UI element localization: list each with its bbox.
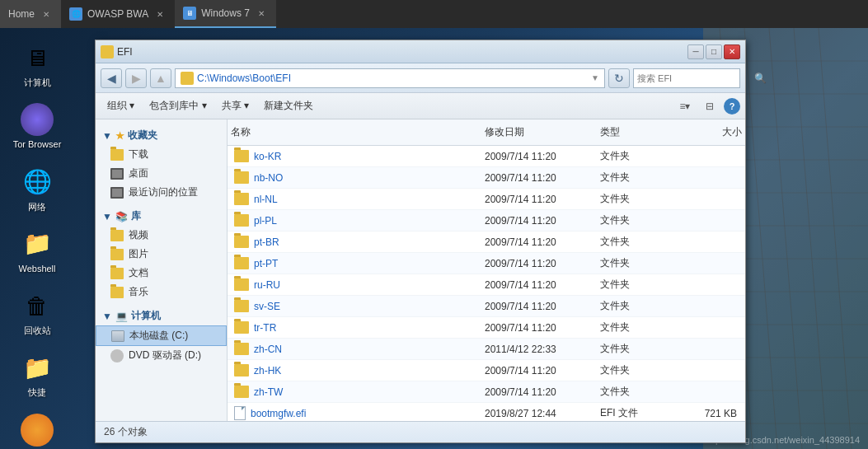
table-row[interactable]: pl-PL 2009/7/14 11:20 文件夹 bbox=[228, 210, 745, 232]
file-name-cell: pt-PT bbox=[228, 257, 481, 269]
computer-section: ▼ 💻 计算机 本地磁盘 (C:) DVD 驱动器 (D:) bbox=[96, 306, 227, 365]
desktop-icon-network[interactable]: 🌐 网络 bbox=[8, 166, 66, 213]
up-button[interactable]: ▲ bbox=[150, 68, 171, 88]
folder-icon bbox=[234, 193, 249, 205]
table-row[interactable]: zh-HK 2009/7/14 11:20 文件夹 bbox=[228, 360, 745, 381]
dvd-drive-label: DVD 驱动器 (D:) bbox=[129, 348, 201, 362]
file-date-cell: 2009/7/14 11:20 bbox=[481, 213, 597, 228]
sidebar-item-documents[interactable]: 文档 bbox=[96, 264, 227, 283]
explorer-window: EFI ─ □ ✕ ◀ ▶ ▲ C:\Windows\Boot\EFI ▼ ↻ … bbox=[95, 40, 746, 443]
help-button[interactable]: ? bbox=[724, 98, 740, 115]
shortcut-icon: 📁 bbox=[21, 351, 54, 384]
desktop-icon-computer[interactable]: 🖥 计算机 bbox=[8, 41, 66, 88]
file-size-cell: 721 KB bbox=[679, 408, 745, 419]
documents-label: 文档 bbox=[129, 266, 148, 280]
table-row[interactable]: bootmgfw.efi 2019/8/27 12:44 EFI 文件 721 … bbox=[228, 403, 745, 421]
file-type-cell: 文件夹 bbox=[597, 190, 679, 208]
sidebar-item-recent[interactable]: 最近访问的位置 bbox=[96, 183, 227, 202]
table-row[interactable]: pt-PT 2009/7/14 11:20 文件夹 bbox=[228, 253, 745, 274]
favorites-star-icon: ★ bbox=[115, 130, 124, 142]
recycle-bin-label: 回收站 bbox=[24, 325, 51, 336]
column-date-header[interactable]: 修改日期 bbox=[481, 123, 597, 142]
computer-header[interactable]: ▼ 💻 计算机 bbox=[96, 306, 227, 325]
sidebar-item-desktop[interactable]: 桌面 bbox=[96, 164, 227, 183]
back-button[interactable]: ◀ bbox=[101, 68, 122, 88]
owasp-tab-close[interactable]: ✕ bbox=[153, 7, 167, 21]
desktop-icon-tor[interactable]: Tor Browser bbox=[8, 103, 66, 150]
column-type-header[interactable]: 类型 bbox=[597, 123, 679, 142]
home-tab-close[interactable]: ✕ bbox=[40, 7, 53, 21]
sidebar-item-local-disk[interactable]: 本地磁盘 (C:) bbox=[96, 325, 227, 346]
share-button[interactable]: 共享 ▾ bbox=[215, 96, 256, 116]
table-row[interactable]: ko-KR 2009/7/14 11:20 文件夹 bbox=[228, 146, 745, 167]
table-row[interactable]: nl-NL 2009/7/14 11:20 文件夹 bbox=[228, 189, 745, 210]
desktop-icon-shortcut[interactable]: 📁 快捷 bbox=[8, 351, 66, 398]
win7-tab-close[interactable]: ✕ bbox=[255, 7, 268, 20]
table-row[interactable]: pt-BR 2009/7/14 11:20 文件夹 bbox=[228, 232, 745, 253]
toolbar-right: ≡▾ ⊟ ? bbox=[674, 96, 740, 116]
column-name-header[interactable]: 名称 bbox=[228, 123, 481, 142]
desktop-icon-recycle[interactable]: 🗑 回收站 bbox=[8, 289, 66, 336]
preview-pane-button[interactable]: ⊟ bbox=[699, 96, 720, 116]
taskbar-tab-owasp[interactable]: 🌐 OWASP BWA ✕ bbox=[61, 0, 175, 28]
favorites-header[interactable]: ▼ ★ 收藏夹 bbox=[96, 126, 227, 145]
file-name: tr-TR bbox=[254, 322, 276, 334]
file-name-cell: nb-NO bbox=[228, 171, 481, 184]
taskbar-tab-home[interactable]: Home ✕ bbox=[0, 0, 61, 28]
computer-sidebar-icon: 💻 bbox=[115, 311, 128, 322]
downloads-label: 下载 bbox=[129, 147, 148, 161]
close-button[interactable]: ✕ bbox=[724, 44, 740, 59]
file-date-cell: 2009/7/14 11:20 bbox=[481, 320, 597, 335]
maximize-button[interactable]: □ bbox=[706, 44, 722, 59]
file-rows-container: ko-KR 2009/7/14 11:20 文件夹 nb-NO 2009/7/1… bbox=[228, 146, 745, 421]
column-headers: 名称 修改日期 类型 大小 bbox=[228, 119, 745, 146]
desktop-label: 桌面 bbox=[129, 166, 148, 180]
library-header[interactable]: ▼ 📚 库 bbox=[96, 207, 227, 226]
sidebar-item-downloads[interactable]: 下载 bbox=[96, 145, 227, 164]
sidebar-item-music[interactable]: 音乐 bbox=[96, 283, 227, 302]
view-options-button[interactable]: ≡▾ bbox=[674, 96, 696, 116]
column-size-header[interactable]: 大小 bbox=[679, 123, 745, 142]
minimize-button[interactable]: ─ bbox=[687, 44, 704, 59]
sidebar-item-video[interactable]: 视频 bbox=[96, 226, 227, 245]
folder-icon bbox=[234, 321, 249, 334]
table-row[interactable]: tr-TR 2009/7/14 11:20 文件夹 bbox=[228, 317, 745, 339]
genius-icon bbox=[21, 414, 54, 447]
sidebar-item-pictures[interactable]: 图片 bbox=[96, 245, 227, 264]
desktop: Home ✕ 🌐 OWASP BWA ✕ 🖥 Windows 7 ✕ 🖥 计算机… bbox=[0, 0, 868, 449]
organize-button[interactable]: 组织 ▾ bbox=[101, 96, 141, 116]
file-name: pt-PT bbox=[254, 258, 278, 269]
desktop-icon-genius[interactable]: Genius bbox=[8, 414, 66, 449]
address-dropdown-icon[interactable]: ▼ bbox=[591, 73, 599, 82]
file-type-cell: EFI 文件 bbox=[597, 405, 679, 421]
window-title: EFI bbox=[117, 46, 133, 58]
file-name-cell: ko-KR bbox=[228, 150, 481, 162]
new-folder-label: 新建文件夹 bbox=[264, 99, 313, 113]
search-bar[interactable]: 🔍 bbox=[633, 68, 740, 88]
file-name: nl-NL bbox=[254, 194, 278, 205]
include-library-button[interactable]: 包含到库中 ▾ bbox=[143, 96, 213, 116]
refresh-button[interactable]: ↻ bbox=[608, 68, 630, 88]
forward-button[interactable]: ▶ bbox=[125, 68, 147, 88]
taskbar-tab-win7[interactable]: 🖥 Windows 7 ✕ bbox=[175, 0, 276, 28]
table-row[interactable]: sv-SE 2009/7/14 11:20 文件夹 bbox=[228, 296, 745, 317]
file-name: ko-KR bbox=[254, 151, 281, 162]
sidebar-item-dvd[interactable]: DVD 驱动器 (D:) bbox=[96, 346, 227, 365]
video-label: 视频 bbox=[129, 228, 148, 242]
title-bar: EFI ─ □ ✕ bbox=[96, 40, 745, 63]
search-input[interactable] bbox=[637, 73, 751, 83]
table-row[interactable]: ru-RU 2009/7/14 11:20 文件夹 bbox=[228, 274, 745, 296]
file-name: sv-SE bbox=[254, 301, 280, 312]
desktop-icon-webshell[interactable]: 📁 Webshell bbox=[8, 227, 66, 274]
folder-icon bbox=[234, 257, 249, 269]
library-icon: 📚 bbox=[115, 211, 128, 222]
address-bar[interactable]: C:\Windows\Boot\EFI ▼ bbox=[175, 68, 605, 88]
table-row[interactable]: zh-TW 2009/7/14 11:20 文件夹 bbox=[228, 381, 745, 403]
folder-icon bbox=[234, 343, 249, 355]
table-row[interactable]: zh-CN 2011/4/12 22:33 文件夹 bbox=[228, 339, 745, 360]
table-row[interactable]: nb-NO 2009/7/14 11:20 文件夹 bbox=[228, 167, 745, 189]
file-name-cell: sv-SE bbox=[228, 300, 481, 312]
dvd-drive-icon bbox=[110, 349, 124, 362]
file-date-cell: 2019/8/27 12:44 bbox=[481, 406, 597, 421]
new-folder-button[interactable]: 新建文件夹 bbox=[257, 96, 320, 116]
